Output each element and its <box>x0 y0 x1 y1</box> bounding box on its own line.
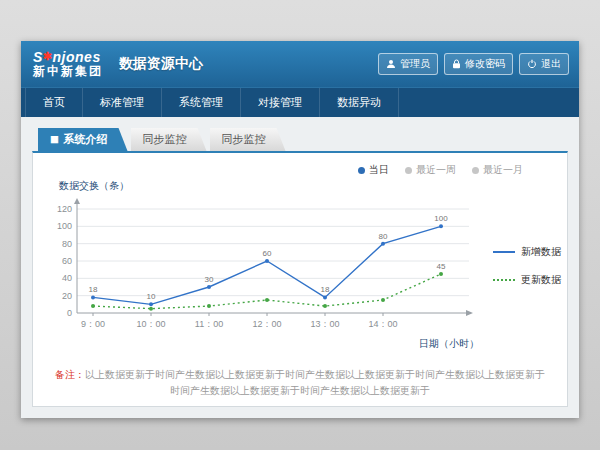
tab-system-intro-label: 系统介绍 <box>64 132 108 147</box>
line-chart: 0204060801001209：0010：0011：0012：0013：001… <box>43 195 485 351</box>
svg-text:0: 0 <box>67 308 72 318</box>
svg-text:30: 30 <box>205 275 214 284</box>
brand-text-left: S <box>33 49 43 65</box>
filter-dot-icon <box>358 167 365 174</box>
nav-item-data-change[interactable]: 数据异动 <box>320 88 399 117</box>
svg-text:20: 20 <box>62 291 72 301</box>
solid-line-icon <box>493 251 515 253</box>
tab-sync-monitor-2-label: 同步监控 <box>222 132 266 147</box>
svg-text:11：00: 11：00 <box>195 319 223 329</box>
svg-text:60: 60 <box>62 256 72 266</box>
chart-container: 当日 最近一周 最近一月 数据交换（条） <box>33 153 567 351</box>
svg-text:40: 40 <box>62 273 72 283</box>
logout-button[interactable]: 退出 <box>519 53 569 75</box>
app-window: S✱njones 新中新集团 数据资源中心 管理员 修改密码 退出 <box>21 41 579 418</box>
admin-user-label: 管理员 <box>400 57 430 71</box>
content-area: ▦ 系统介绍 同步监控 同步监控 当日 <box>21 117 579 418</box>
svg-text:18: 18 <box>321 285 330 294</box>
series-legend: 新增数据 更新数据 <box>493 245 561 287</box>
legend-item-update-data[interactable]: 更新数据 <box>493 273 561 287</box>
admin-user-button[interactable]: 管理员 <box>378 53 438 75</box>
legend-update-data-label: 更新数据 <box>521 273 561 287</box>
svg-text:120: 120 <box>57 204 72 214</box>
desktop-background: S✱njones 新中新集团 数据资源中心 管理员 修改密码 退出 <box>0 0 600 450</box>
brand-subtitle: 新中新集团 <box>33 65 103 79</box>
svg-text:100: 100 <box>57 221 72 231</box>
x-axis-title: 日期（小时） <box>43 337 485 351</box>
chart-panel: 当日 最近一周 最近一月 数据交换（条） <box>32 151 568 407</box>
filter-last-week[interactable]: 最近一周 <box>405 163 456 177</box>
line-chart-svg: 0204060801001209：0010：0011：0012：0013：001… <box>43 195 485 337</box>
svg-text:80: 80 <box>62 239 72 249</box>
legend-new-data-label: 新增数据 <box>521 245 561 259</box>
svg-text:18: 18 <box>89 285 98 294</box>
filter-last-month-label: 最近一月 <box>483 163 523 177</box>
lock-icon <box>452 59 461 69</box>
svg-text:10：00: 10：00 <box>136 319 165 329</box>
svg-text:9：00: 9：00 <box>81 319 105 329</box>
nav-item-integration-mgmt[interactable]: 对接管理 <box>241 88 320 117</box>
change-password-button[interactable]: 修改密码 <box>444 53 513 75</box>
y-axis-title: 数据交换（条） <box>59 179 557 193</box>
brand-text-right: njones <box>53 49 101 65</box>
change-password-label: 修改密码 <box>465 57 505 71</box>
svg-text:12：00: 12：00 <box>252 319 281 329</box>
nav-item-system-mgmt[interactable]: 系统管理 <box>162 88 241 117</box>
tab-bar: ▦ 系统介绍 同步监控 同步监控 <box>32 128 568 151</box>
filter-dot-icon <box>472 167 479 174</box>
svg-text:100: 100 <box>434 214 448 223</box>
filter-last-week-label: 最近一周 <box>416 163 456 177</box>
brand-name: S✱njones <box>33 49 103 65</box>
nav-item-standard-mgmt[interactable]: 标准管理 <box>83 88 162 117</box>
power-icon <box>527 59 537 69</box>
tab-system-intro[interactable]: ▦ 系统介绍 <box>38 128 128 151</box>
footnote-text: 以上数据更新于时间产生数据以上数据更新于时间产生数据以上数据更新于时间产生数据以… <box>85 369 545 396</box>
filter-today[interactable]: 当日 <box>358 163 389 177</box>
page-title: 数据资源中心 <box>119 55 203 73</box>
filter-today-label: 当日 <box>369 163 389 177</box>
tab-sync-monitor-2[interactable]: 同步监控 <box>210 128 286 151</box>
footnote: 备注：以上数据更新于时间产生数据以上数据更新于时间产生数据以上数据更新于时间产生… <box>55 367 545 399</box>
svg-text:45: 45 <box>437 262 446 271</box>
grid-icon: ▦ <box>50 135 59 144</box>
footnote-prefix: 备注： <box>55 369 85 380</box>
svg-text:13：00: 13：00 <box>310 319 339 329</box>
app-header: S✱njones 新中新集团 数据资源中心 管理员 修改密码 退出 <box>21 41 579 87</box>
svg-text:10: 10 <box>147 292 156 301</box>
nav-item-home[interactable]: 首页 <box>25 88 83 117</box>
svg-text:60: 60 <box>263 249 272 258</box>
header-actions: 管理员 修改密码 退出 <box>378 53 569 75</box>
tab-sync-monitor-1-label: 同步监控 <box>143 132 187 147</box>
range-filters: 当日 最近一周 最近一月 <box>43 163 523 177</box>
filter-dot-icon <box>405 167 412 174</box>
svg-text:80: 80 <box>379 232 388 241</box>
filter-last-month[interactable]: 最近一月 <box>472 163 523 177</box>
logout-label: 退出 <box>541 57 561 71</box>
brand-logo: S✱njones 新中新集团 <box>33 49 103 79</box>
chart-row: 0204060801001209：0010：0011：0012：0013：001… <box>43 195 557 351</box>
legend-item-new-data[interactable]: 新增数据 <box>493 245 561 259</box>
tab-sync-monitor-1[interactable]: 同步监控 <box>131 128 207 151</box>
dotted-line-icon <box>493 279 515 281</box>
svg-text:14：00: 14：00 <box>368 319 397 329</box>
brand-star-icon: ✱ <box>43 50 53 62</box>
user-icon <box>386 59 396 69</box>
main-nav: 首页 标准管理 系统管理 对接管理 数据异动 <box>21 87 579 117</box>
